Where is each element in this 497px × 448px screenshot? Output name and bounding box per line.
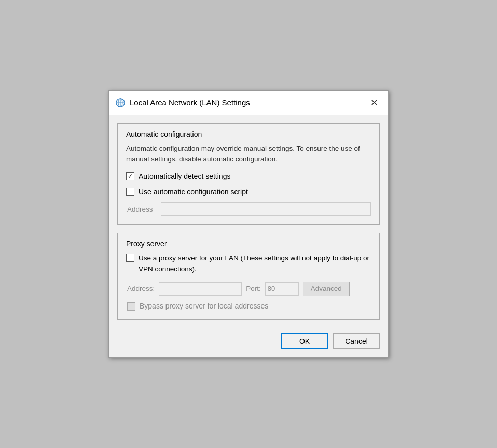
globe-icon (115, 97, 126, 108)
proxy-use-label: Use a proxy server for your LAN (These s… (139, 253, 371, 274)
proxy-address-input[interactable] (159, 282, 242, 296)
auto-detect-checkbox[interactable] (126, 172, 134, 180)
advanced-button[interactable]: Advanced (303, 282, 350, 296)
cancel-button[interactable]: Cancel (333, 333, 380, 349)
proxy-use-row: Use a proxy server for your LAN (These s… (126, 253, 371, 274)
bypass-checkbox[interactable] (127, 302, 135, 311)
bypass-row: Bypass proxy server for local addresses (126, 301, 371, 312)
auto-detect-row: Automatically detect settings (126, 172, 371, 182)
use-script-checkbox[interactable] (126, 188, 134, 196)
auto-detect-label: Automatically detect settings (139, 172, 230, 182)
automatic-config-title: Automatic configuration (126, 130, 371, 138)
script-address-row: Address (126, 202, 371, 216)
dialog-footer: OK Cancel (109, 328, 388, 357)
close-button[interactable]: ✕ (366, 95, 382, 110)
use-script-label: Use automatic configuration script (139, 187, 248, 198)
dialog-body: Automatic configuration Automatic config… (109, 115, 388, 329)
bypass-label: Bypass proxy server for local addresses (140, 301, 268, 312)
proxy-port-input[interactable] (265, 282, 299, 296)
title-bar: Local Area Network (LAN) Settings ✕ (109, 91, 388, 115)
proxy-server-title: Proxy server (126, 240, 371, 248)
script-address-input[interactable] (161, 202, 371, 216)
proxy-port-label: Port: (246, 285, 261, 292)
script-address-label: Address (127, 205, 156, 213)
proxy-use-checkbox[interactable] (126, 254, 134, 262)
automatic-config-description: Automatic configuration may override man… (126, 144, 371, 165)
proxy-server-section: Proxy server Use a proxy server for your… (117, 233, 380, 320)
automatic-config-section: Automatic configuration Automatic config… (117, 123, 380, 225)
svg-point-4 (116, 99, 125, 107)
lan-settings-dialog: Local Area Network (LAN) Settings ✕ Auto… (108, 90, 389, 358)
proxy-fields-row: Address: Port: Advanced (126, 282, 371, 296)
proxy-address-label: Address: (127, 285, 155, 292)
use-script-row: Use automatic configuration script (126, 187, 371, 198)
dialog-title: Local Area Network (LAN) Settings (130, 98, 362, 107)
ok-button[interactable]: OK (281, 333, 328, 349)
